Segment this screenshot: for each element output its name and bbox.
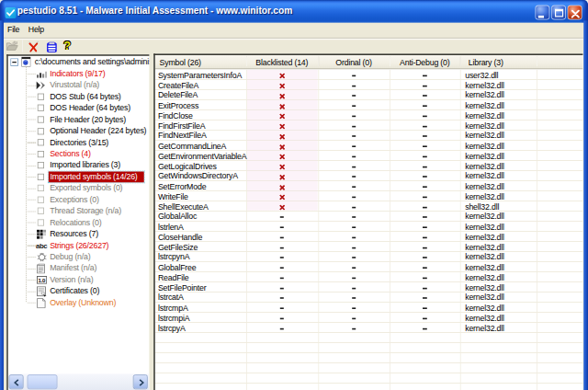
svg-text:1.0: 1.0 — [38, 277, 46, 282]
